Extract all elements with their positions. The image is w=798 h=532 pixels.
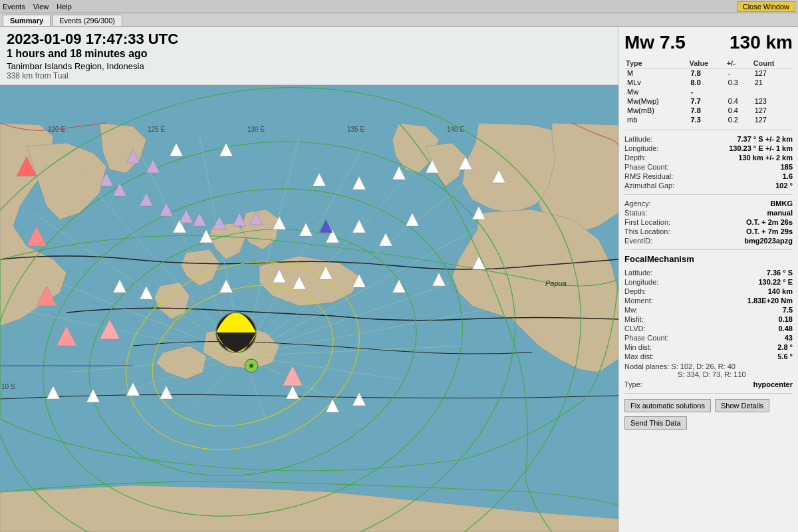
focal-phase-count-row: Phase Count: 43: [624, 333, 793, 342]
status-row: Status: manual: [624, 208, 793, 217]
rms-row: RMS Residual: 1.6: [624, 172, 793, 181]
mag-table-row: Mw-: [624, 87, 793, 96]
mag-table-row: Mw(Mwp)7.70.4123: [624, 96, 793, 106]
focal-mw-row: Mw: 7.5: [624, 305, 793, 315]
col-uncertainty: +/-: [726, 59, 752, 68]
depth-row: Depth: 130 km +/- 2 km: [624, 153, 793, 162]
depth-display: 130 km: [730, 32, 793, 53]
phase-count-row: Phase Count: 185: [624, 162, 793, 172]
event-time-ago: 1 hours and 18 minutes ago: [7, 48, 612, 60]
latitude-row: Latitude: 7.37 ° S +/- 2 km: [624, 134, 793, 144]
focal-clvd-row: CLVD: 0.48: [624, 324, 793, 333]
send-this-data-button[interactable]: Send This Data: [624, 416, 687, 430]
magnitude-table: Type Value +/- Count M7.8-127MLv8.00.321…: [624, 59, 793, 124]
close-window-button[interactable]: Close Window: [737, 1, 795, 12]
svg-text:140 E: 140 E: [447, 126, 464, 133]
show-details-button[interactable]: Show Details: [715, 399, 769, 412]
col-value: Value: [688, 59, 726, 68]
event-distance: 338 km from Tual: [7, 71, 612, 80]
event-datetime: 2023-01-09 17:47:33 UTC: [7, 31, 612, 48]
mag-table-row: MLv8.00.321: [624, 78, 793, 87]
col-count: Count: [752, 59, 793, 68]
focal-type-row: Type: hypocenter: [624, 380, 793, 389]
svg-point-49: [249, 364, 253, 368]
svg-text:130 E: 130 E: [247, 126, 265, 133]
azimuthal-gap-row: Azimuthal Gap: 102 °: [624, 181, 793, 190]
menu-view[interactable]: View: [33, 3, 49, 11]
col-type: Type: [624, 59, 688, 68]
mag-table-row: mb7.30.2127: [624, 115, 793, 124]
focal-latitude-row: Latitude: 7.36 ° S: [624, 268, 793, 277]
map-view[interactable]: 2023-01-09 17:47:33 UTC 1 hours and 18 m…: [0, 27, 618, 532]
focal-max-dist-row: Max dist: 5.6 °: [624, 352, 793, 361]
tab-summary[interactable]: Summary: [3, 15, 51, 26]
focal-moment-row: Moment: 1.83E+20 Nm: [624, 296, 793, 305]
event-region: Tanimbar Islands Region, Indonesia: [7, 61, 612, 71]
fix-automatic-button[interactable]: Fix automatic solutions: [624, 399, 711, 412]
tab-events[interactable]: Events (296/300): [52, 15, 122, 26]
svg-text:125 E: 125 E: [148, 126, 165, 133]
focal-longitude-row: Longitude: 130.22 ° E: [624, 277, 793, 287]
focal-mechanism-title: FocalMechanism: [624, 254, 793, 264]
menu-help[interactable]: Help: [57, 3, 72, 11]
first-location-row: First Location: O.T. + 2m 26s: [624, 217, 793, 227]
event-id-row: EventID: bmg2023apzg: [624, 236, 793, 245]
svg-text:135 E: 135 E: [347, 126, 364, 133]
nodal-planes-row: Nodal planes: S: 102, D: 26, R: 40 S: 33…: [624, 361, 793, 380]
agency-row: Agency: BMKG: [624, 199, 793, 208]
focal-depth-row: Depth: 140 km: [624, 287, 793, 296]
mw-display: Mw 7.5: [624, 32, 686, 53]
mag-table-row: Mw(mB)7.80.4127: [624, 106, 793, 115]
this-location-row: This Location: O.T. + 7m 29s: [624, 227, 793, 236]
svg-text:10 S: 10 S: [1, 383, 15, 390]
longitude-row: Longitude: 130.23 ° E +/- 1 km: [624, 144, 793, 153]
menu-events[interactable]: Events: [3, 3, 25, 11]
focal-misfit-row: Misfit: 0.18: [624, 315, 793, 324]
svg-text:Papua: Papua: [545, 279, 567, 287]
mag-table-row: M7.8-127: [624, 68, 793, 78]
info-panel: Mw 7.5 130 km Type Value +/- Count M7.8-…: [618, 27, 798, 532]
focal-min-dist-row: Min dist: 2.8 °: [624, 342, 793, 352]
